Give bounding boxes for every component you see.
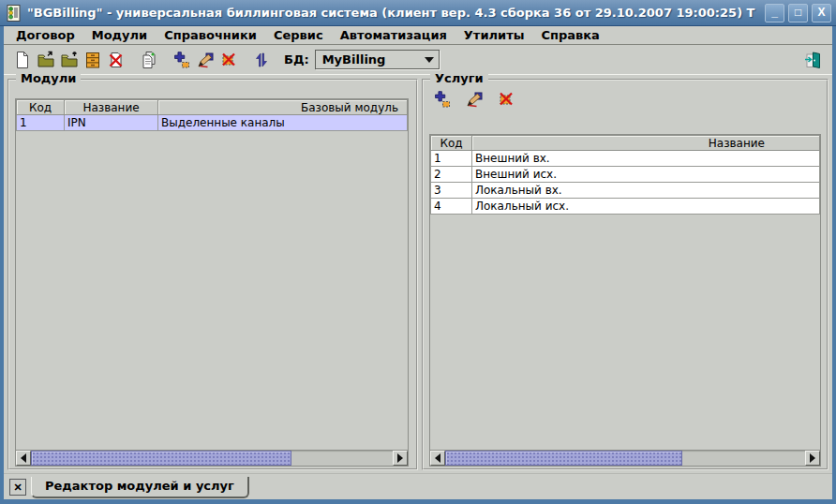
app-window: "BGBilling" - универсальная биллинговая … [0, 0, 836, 504]
new-document-button[interactable] [12, 50, 33, 70]
scroll-right-arrow-icon [397, 453, 403, 463]
cabinet-icon [83, 51, 102, 69]
minimize-button[interactable]: _ [765, 4, 784, 22]
menu-servis[interactable]: Сервис [265, 28, 332, 42]
service-code-cell: 4 [431, 199, 472, 215]
service-name-cell: Внешний вх. [472, 151, 820, 167]
delete-document-button[interactable] [106, 50, 127, 70]
module-code-cell: 1 [17, 115, 65, 131]
new-document-icon [13, 51, 32, 69]
maximize-button[interactable]: □ [788, 4, 808, 22]
modules-col-code[interactable]: Код [17, 100, 65, 115]
menu-dogovor[interactable]: Договор [7, 28, 83, 42]
refresh-button[interactable] [251, 50, 272, 70]
app-icon [5, 4, 23, 22]
edit-icon [465, 90, 484, 109]
service-name-cell: Локальный исх. [472, 199, 820, 215]
db-combobox-value: MyBilling [316, 52, 420, 67]
copy-document-icon [140, 51, 158, 69]
copy-document-button[interactable] [139, 50, 159, 70]
delete-document-icon [107, 51, 126, 69]
exit-door-icon [804, 51, 823, 69]
menu-avtomatizaciya[interactable]: Автоматизация [332, 28, 455, 42]
scroll-left-arrow-icon [435, 453, 440, 463]
edit-service-button[interactable] [464, 89, 485, 110]
tab-close-button[interactable]: ✕ [9, 479, 26, 496]
close-button[interactable]: X [812, 4, 831, 22]
module-base-cell: Выделенные каналы [158, 115, 408, 131]
modules-hscrollbar[interactable] [16, 450, 408, 466]
modules-scroll-track[interactable] [31, 451, 393, 466]
bottom-tab-bar: ✕ Редактор модулей и услуг [4, 473, 832, 499]
menu-spravochniki[interactable]: Справочники [156, 28, 265, 42]
open-button[interactable] [36, 50, 56, 70]
add-service-button[interactable] [432, 89, 453, 110]
menu-spravka[interactable]: Справка [532, 28, 607, 42]
menu-bar: Договор Модули Справочники Сервис Автома… [4, 26, 832, 45]
refresh-icon [252, 51, 271, 69]
delete-icon [219, 51, 238, 69]
services-toolbar [432, 89, 519, 110]
service-code-cell: 2 [431, 167, 472, 183]
services-panel: Услуги [422, 79, 829, 470]
db-label: БД: [284, 52, 309, 67]
service-code-cell: 3 [431, 183, 472, 199]
modules-table: Код Название Базовый модуль 1 IPN Выделе… [16, 99, 408, 131]
archive-button[interactable] [82, 50, 103, 70]
module-name-cell: IPN [65, 115, 158, 131]
main-toolbar: БД: MyBilling [4, 45, 832, 75]
edit-module-button[interactable] [195, 50, 216, 70]
window-title: "BGBilling" - универсальная биллинговая … [27, 6, 761, 20]
services-hscrollbar[interactable] [430, 450, 820, 466]
modules-col-name[interactable]: Название [65, 100, 158, 115]
modules-header-row: Код Название Базовый модуль [17, 100, 408, 115]
scroll-right-arrow-icon [810, 453, 815, 463]
modules-scrollpane: Код Название Базовый модуль 1 IPN Выделе… [15, 98, 409, 467]
services-scroll-track[interactable] [445, 451, 805, 466]
scroll-right-button[interactable] [393, 451, 408, 466]
open-from-button[interactable] [59, 50, 80, 70]
scroll-left-button[interactable] [16, 451, 31, 466]
modules-table-empty-area [16, 131, 408, 450]
services-scroll-thumb[interactable] [445, 451, 682, 466]
delete-service-button[interactable] [496, 89, 516, 110]
modules-table-row[interactable]: 1 IPN Выделенные каналы [17, 115, 408, 131]
scroll-left-arrow-icon [21, 453, 26, 463]
services-col-code[interactable]: Код [431, 136, 472, 151]
add-icon [433, 90, 452, 109]
delete-module-button[interactable] [218, 50, 239, 70]
db-combobox[interactable]: MyBilling [315, 50, 440, 69]
modules-col-base[interactable]: Базовый модуль [158, 100, 408, 115]
services-header-row: Код Название [431, 136, 820, 151]
scroll-left-button[interactable] [430, 451, 445, 466]
edit-icon [196, 51, 215, 69]
services-table-row[interactable]: 2 Внешний исх. [431, 167, 820, 183]
service-code-cell: 1 [431, 151, 472, 167]
services-scrollpane: Код Название 1 Внешний вх. 2 Внешний исх… [429, 134, 821, 467]
modules-panel-title: Модули [16, 72, 81, 85]
tab-module-editor[interactable]: Редактор модулей и услуг [31, 477, 249, 498]
services-table-row[interactable]: 3 Локальный вх. [431, 183, 820, 199]
services-table: Код Название 1 Внешний вх. 2 Внешний исх… [430, 135, 820, 215]
service-name-cell: Локальный вх. [472, 183, 820, 199]
services-panel-title: Услуги [430, 72, 488, 85]
menu-moduli[interactable]: Модули [83, 28, 156, 42]
open-folder-icon [37, 51, 55, 69]
open-folder-arrow-icon [60, 51, 79, 69]
title-bar: "BGBilling" - универсальная биллинговая … [0, 0, 836, 26]
menu-utility[interactable]: Утилиты [455, 28, 533, 42]
services-table-empty-area [430, 215, 820, 450]
chevron-down-icon [420, 57, 439, 63]
services-col-name[interactable]: Название [472, 136, 820, 151]
add-module-button[interactable] [172, 50, 192, 70]
delete-icon [497, 90, 515, 109]
main-content: Модули Код Название Базовый модуль 1 [4, 75, 832, 473]
exit-button[interactable] [803, 50, 824, 70]
modules-scroll-thumb[interactable] [31, 451, 291, 466]
add-icon [172, 51, 191, 69]
modules-panel: Модули Код Название Базовый модуль 1 [7, 79, 418, 470]
scroll-right-button[interactable] [805, 451, 820, 466]
services-table-row[interactable]: 1 Внешний вх. [431, 151, 820, 167]
service-name-cell: Внешний исх. [472, 167, 820, 183]
services-table-row[interactable]: 4 Локальный исх. [431, 199, 820, 215]
